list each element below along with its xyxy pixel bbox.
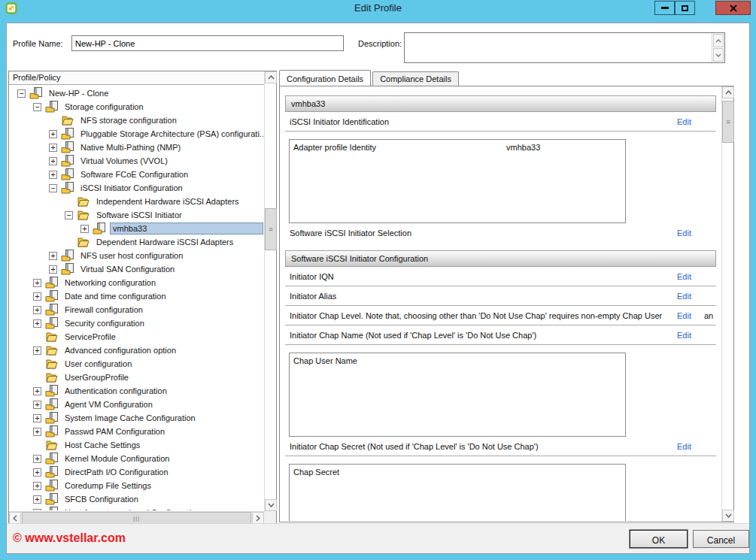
tree-item[interactable]: +Advanced configuration option xyxy=(10,344,263,357)
scroll-up-icon[interactable] xyxy=(265,71,277,83)
expand-icon[interactable]: + xyxy=(33,455,41,463)
tree-item[interactable]: +DirectPath I/O Configuration xyxy=(10,465,263,479)
tab-configuration-details[interactable]: Configuration Details xyxy=(279,70,371,86)
ok-button[interactable]: OK xyxy=(630,530,688,548)
edit-link[interactable]: Edit xyxy=(677,229,704,238)
edit-profile-window: Edit Profile Profile Name: Description: xyxy=(0,0,756,560)
expand-icon[interactable]: + xyxy=(33,509,41,511)
minimize-button[interactable] xyxy=(654,1,675,15)
tree-item[interactable]: +Host Acceptance Level Configuration xyxy=(10,506,263,510)
tree-scroll-thumb[interactable]: ≡ xyxy=(265,208,277,250)
profile-name-input[interactable] xyxy=(71,35,344,51)
profile-icon xyxy=(45,507,59,510)
expand-icon[interactable]: + xyxy=(49,157,57,165)
scroll-up-icon[interactable] xyxy=(713,34,724,47)
section-header-bar: Software iSCSI Initiator Configuration xyxy=(285,250,716,267)
tree-item[interactable]: +vmhba33 xyxy=(10,222,263,235)
tab-compliance-details[interactable]: Compliance Details xyxy=(372,71,459,86)
expand-icon[interactable]: + xyxy=(49,265,57,274)
tree-vertical-scrollbar[interactable]: ≡ xyxy=(264,71,276,511)
tree-item[interactable]: +Pluggable Storage Architecture (PSA) co… xyxy=(10,127,263,141)
collapse-icon[interactable]: − xyxy=(65,211,73,219)
tree-item[interactable]: +Authentication configuration xyxy=(10,384,263,398)
description-scrollbar[interactable] xyxy=(712,33,724,62)
tree-item[interactable]: Independent Hardware iSCSI Adapters xyxy=(10,195,263,208)
tree-item[interactable]: ServiceProfile xyxy=(10,330,263,344)
scroll-up-icon[interactable] xyxy=(722,86,734,98)
tree-item[interactable]: +Date and time configuration xyxy=(10,289,263,303)
tree-item[interactable]: Host Cache Settings xyxy=(10,438,263,452)
edit-link[interactable]: Edit xyxy=(677,272,704,281)
collapse-icon[interactable]: − xyxy=(33,103,41,111)
tree-item[interactable]: +Kernel Module Configuration xyxy=(10,452,263,465)
scroll-down-icon[interactable] xyxy=(713,48,724,62)
details-scroll-thumb[interactable]: ≡ xyxy=(722,101,734,143)
tree-item[interactable]: +Networking configuration xyxy=(10,276,263,289)
expand-icon[interactable]: + xyxy=(33,495,41,504)
description-input[interactable] xyxy=(404,32,725,63)
scroll-left-icon[interactable] xyxy=(9,512,21,524)
edit-link[interactable]: Edit xyxy=(677,442,704,451)
tree-item[interactable]: −New-HP - Clone xyxy=(10,86,263,100)
tree-item[interactable]: +System Image Cache Configuration xyxy=(10,411,263,425)
edit-link[interactable]: Edit xyxy=(677,292,704,301)
expand-icon[interactable]: + xyxy=(33,482,41,490)
expand-icon[interactable]: + xyxy=(33,401,41,409)
tree-item[interactable]: −iSCSI Initiator Configuration xyxy=(10,181,263,195)
folder-icon xyxy=(45,439,59,451)
tree-item[interactable]: −Storage configuration xyxy=(10,100,263,114)
expand-icon[interactable]: + xyxy=(33,319,41,328)
edit-link[interactable]: Edit xyxy=(677,117,704,126)
expand-icon[interactable]: + xyxy=(33,347,41,355)
tree-item[interactable]: +Software FCoE Configuration xyxy=(10,168,263,181)
tree-item[interactable]: UserGroupProfile xyxy=(10,371,263,384)
expand-icon[interactable]: + xyxy=(33,414,41,422)
tree-item[interactable]: +Security configuration xyxy=(10,316,263,330)
collapse-icon[interactable]: − xyxy=(49,184,57,192)
close-button[interactable] xyxy=(715,1,751,15)
tree-item[interactable]: Dependent Hardware iSCSI Adapters xyxy=(10,235,263,249)
tree-item[interactable]: +NFS user host configuration xyxy=(10,249,263,262)
edit-link[interactable]: Edit xyxy=(677,311,704,320)
tree-horizontal-scrollbar[interactable]: ||| xyxy=(9,511,264,523)
expand-icon[interactable]: + xyxy=(33,428,41,436)
cancel-button[interactable]: Cancel xyxy=(693,530,749,548)
tree-item[interactable]: User configuration xyxy=(10,357,263,371)
expand-icon[interactable]: + xyxy=(33,387,41,395)
details-vertical-scrollbar[interactable]: ≡ xyxy=(721,86,733,522)
profile-node-icon xyxy=(45,398,59,410)
expand-icon[interactable]: + xyxy=(49,144,57,152)
scroll-down-icon[interactable] xyxy=(265,499,277,511)
tree-item[interactable]: +Passwd PAM Configuration xyxy=(10,425,263,438)
scroll-down-icon[interactable] xyxy=(722,510,734,522)
scroll-right-icon[interactable] xyxy=(252,512,264,524)
expand-icon[interactable]: + xyxy=(49,252,57,260)
tree-item[interactable]: +SFCB Configuration xyxy=(10,492,263,506)
maximize-button[interactable] xyxy=(675,1,695,15)
expand-icon[interactable]: + xyxy=(33,306,41,314)
profile-node-icon xyxy=(45,385,59,397)
expand-icon[interactable]: + xyxy=(33,292,41,301)
tree-item[interactable]: NFS storage configuration xyxy=(10,114,263,127)
expand-icon[interactable]: + xyxy=(33,468,41,477)
profile-node-icon xyxy=(45,304,59,316)
tree-item[interactable]: +Virtual Volumes (VVOL) xyxy=(10,154,263,168)
tree-item[interactable]: −Software iSCSI Initiator xyxy=(10,208,263,222)
tree-item[interactable]: +Firewall configuration xyxy=(10,303,263,316)
tree-item-label: vmhba33 xyxy=(110,222,263,235)
expand-icon[interactable]: + xyxy=(33,279,41,287)
tree-item[interactable]: +Agent VM Configuration xyxy=(10,398,263,411)
expand-icon[interactable]: + xyxy=(49,130,57,138)
profile-node-icon xyxy=(93,222,106,235)
edit-link[interactable]: Edit xyxy=(677,331,704,340)
tree-item[interactable]: +Native Multi-Pathing (NMP) xyxy=(10,141,263,154)
window-title: Edit Profile xyxy=(0,2,756,14)
collapse-icon[interactable]: − xyxy=(17,89,26,98)
tree-item[interactable]: +Coredump File Settings xyxy=(10,479,263,492)
expand-icon[interactable]: + xyxy=(80,225,89,233)
tree-item-label: NFS user host configuration xyxy=(78,250,263,261)
tree-item[interactable]: +Virtual SAN Configuration xyxy=(10,262,263,276)
detail-row-label: Initiator Chap Level. Note that, choosin… xyxy=(290,311,677,320)
tree-hscroll-thumb[interactable]: ||| xyxy=(22,512,251,524)
expand-icon[interactable]: + xyxy=(49,171,57,179)
